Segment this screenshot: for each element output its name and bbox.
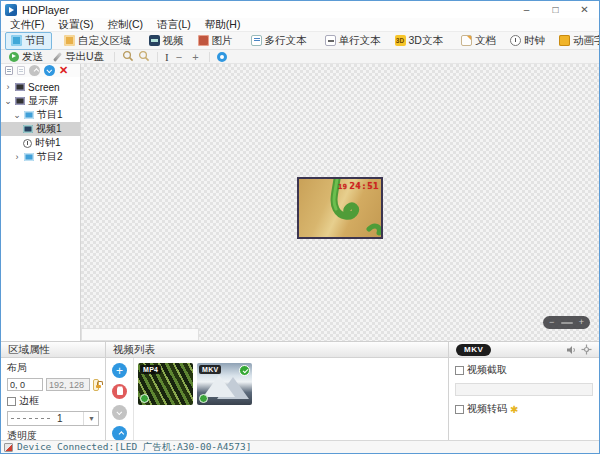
pill-zoom-out[interactable]: − <box>549 318 554 327</box>
program-icon <box>24 111 34 119</box>
zoom-out-button[interactable] <box>138 50 150 64</box>
toolbar-multiline-text[interactable]: 多行文本 <box>245 32 313 50</box>
status-bar: Device Connected:[LED 广告机:A30-00-A4573] <box>1 440 599 453</box>
magnifier-minus-icon <box>138 50 150 62</box>
video-detail-panel: MKV 视频截取 视频转码 ✱ <box>449 342 599 440</box>
add-video-button[interactable] <box>112 363 127 378</box>
video-crop-checkbox[interactable] <box>455 366 464 375</box>
action-bar: 发送 导出U盘 I − + <box>1 50 599 64</box>
region-icon <box>64 35 75 46</box>
expand-arrow[interactable]: › <box>13 152 21 162</box>
canvas-scrollbar[interactable] <box>81 328 199 341</box>
transcode-hint-icon: ✱ <box>510 404 518 415</box>
decrease-button[interactable]: − <box>173 51 185 63</box>
3d-text-icon: 3D <box>395 35 406 46</box>
toolbar-program[interactable]: 节目 <box>5 32 52 50</box>
hdplayer-window: HDPlayer – □ ✕ 文件(F) 设置(S) 控制(C) 语言(L) 帮… <box>0 0 600 454</box>
actionbar-separator <box>209 52 210 62</box>
tree-item-program1[interactable]: ⌄ 节目1 <box>1 108 80 122</box>
video-transcode-checkbox[interactable] <box>455 405 464 414</box>
pill-zoom-in[interactable]: + <box>579 318 584 327</box>
format-pill: MKV <box>456 344 491 356</box>
toolbar-document[interactable]: 文档 <box>455 32 502 50</box>
monitor-icon <box>15 97 25 105</box>
size-input[interactable] <box>46 378 90 391</box>
chevron-up-icon <box>118 431 124 437</box>
tree-toolbar: ✕ <box>1 64 80 77</box>
toolbar-custom-region[interactable]: 自定义区域 <box>58 32 137 50</box>
tree-item-screen[interactable]: › Screen <box>1 80 80 94</box>
toolbar-video[interactable]: 视频 <box>143 32 190 50</box>
tree-item-display[interactable]: ⌄ 显示屏 <box>1 94 80 108</box>
program-icon <box>24 153 34 161</box>
border-checkbox[interactable] <box>7 397 16 406</box>
toolbar-image[interactable]: 图片 <box>192 32 239 50</box>
tree-item-clock1[interactable]: 时钟1 <box>1 136 80 150</box>
area-properties-panel: 区域属性 布局 边框 1 ▼ <box>1 342 106 440</box>
delete-video-button[interactable] <box>112 384 127 399</box>
singleline-text-icon <box>325 35 336 46</box>
increase-button[interactable]: + <box>189 51 201 63</box>
close-button[interactable]: ✕ <box>570 1 599 18</box>
pill-slider[interactable] <box>561 322 573 324</box>
menu-help[interactable]: 帮助(H) <box>198 18 248 32</box>
image-icon <box>198 35 209 46</box>
video-list-panel: 视频列表 MP4 MKV <box>106 342 449 440</box>
send-button[interactable]: 发送 <box>6 50 46 64</box>
toolbar-singleline-text[interactable]: 单行文本 <box>319 32 387 50</box>
toolbar-clock[interactable]: 时钟 <box>504 32 551 50</box>
text-cursor-tool[interactable]: I <box>165 51 169 63</box>
menu-settings[interactable]: 设置(S) <box>51 18 100 32</box>
lock-icon[interactable] <box>93 379 99 391</box>
toolbar-3d-text[interactable]: 3D3D文本 <box>389 32 449 50</box>
window-title: HDPlayer <box>22 4 69 16</box>
format-badge: MKV <box>199 365 221 374</box>
dash-pattern <box>11 418 53 419</box>
canvas-zoom-pill[interactable]: − + <box>543 316 590 329</box>
move-up-button[interactable] <box>112 426 127 441</box>
export-usb-button[interactable]: 导出U盘 <box>50 50 107 64</box>
video-transcode-row: 视频转码 ✱ <box>455 402 593 416</box>
video-preview-region[interactable]: 19 24:51 <box>297 177 383 239</box>
expand-arrow[interactable]: › <box>4 82 12 92</box>
collapse-arrow[interactable]: ⌄ <box>13 110 21 120</box>
tree-item-program2[interactable]: › 节目2 <box>1 150 80 164</box>
copy-icon[interactable] <box>5 66 13 75</box>
speaker-icon[interactable] <box>566 345 577 355</box>
collapse-arrow[interactable]: ⌄ <box>4 96 12 106</box>
actionbar-separator <box>157 52 158 62</box>
paste-icon[interactable] <box>17 66 25 75</box>
toolbar-animated-text[interactable]: 动画字 <box>553 32 600 50</box>
move-down-button[interactable] <box>112 405 127 420</box>
clock-icon <box>23 139 32 148</box>
menu-language[interactable]: 语言(L) <box>150 18 198 32</box>
video-thumbnail-mkv[interactable]: MKV <box>197 363 252 405</box>
bottom-panels: 区域属性 布局 边框 1 ▼ <box>1 341 599 440</box>
monitor-icon <box>15 83 25 91</box>
position-input[interactable] <box>7 378 43 391</box>
settings-icon[interactable] <box>581 344 592 355</box>
move-down-button[interactable] <box>44 65 55 76</box>
video-thumbnail-mp4[interactable]: MP4 <box>138 363 193 405</box>
menu-control[interactable]: 控制(C) <box>100 18 150 32</box>
delete-icon[interactable]: ✕ <box>59 64 68 77</box>
border-style-dropdown[interactable]: 1 ▼ <box>7 411 99 426</box>
window-controls: – □ ✕ <box>512 1 599 18</box>
zoom-in-button[interactable] <box>122 50 134 64</box>
video-list-buttons <box>106 358 134 441</box>
design-canvas[interactable]: 19 24:51 − + <box>81 64 599 341</box>
clock-icon <box>510 35 521 46</box>
usb-export-icon <box>53 52 62 61</box>
menu-file[interactable]: 文件(F) <box>3 18 51 32</box>
crop-range-input[interactable] <box>455 383 593 396</box>
maximize-button[interactable]: □ <box>541 1 570 18</box>
minimize-button[interactable]: – <box>512 1 541 18</box>
move-up-button[interactable] <box>29 65 40 76</box>
area-properties-header: 区域属性 <box>1 342 105 358</box>
settings-gear-icon[interactable] <box>217 52 227 62</box>
dropdown-arrow-icon: ▼ <box>83 412 95 425</box>
tree-item-video1[interactable]: 视频1 <box>1 122 80 136</box>
title-bar: HDPlayer – □ ✕ <box>1 1 599 18</box>
content-toolbar: 节目 自定义区域 视频 图片 多行文本 单行文本 3D3D文本 文档 时钟 动画… <box>1 32 599 50</box>
chevron-down-icon <box>116 409 122 415</box>
